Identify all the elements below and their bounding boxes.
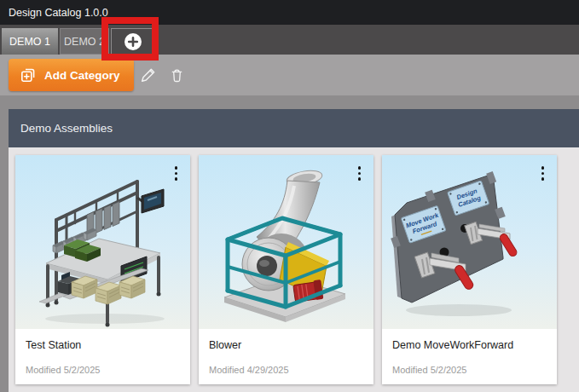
tab-bar: DEMO 1 DEMO 2 [0, 25, 579, 55]
card-footer: Test Station Modified 5/2/2025 [15, 329, 190, 384]
tab-demo-1[interactable]: DEMO 1 [2, 28, 58, 55]
app-window: Design Catalog 1.0.0 DEMO 1 DEMO 2 [0, 0, 579, 392]
card-footer: Blower Modified 4/29/2025 [199, 329, 373, 384]
category-header[interactable]: Demo Assemblies [9, 109, 579, 147]
tab-demo-2[interactable]: DEMO 2 [60, 28, 109, 55]
assembly-card-list: Test Station Modified 5/2/2025 [9, 147, 579, 392]
new-tab-button[interactable] [111, 28, 154, 55]
toolbar: Add Category [0, 55, 579, 95]
tab-label: DEMO 2 [64, 36, 105, 48]
assembly-card-test-station[interactable]: Test Station Modified 5/2/2025 [15, 155, 190, 384]
plus-circle-icon [124, 32, 142, 51]
card-footer: Demo MoveWorkForward Modified 5/2/2025 [382, 329, 557, 384]
category-panel: Demo Assemblies [9, 109, 579, 392]
add-category-label: Add Category [44, 69, 120, 82]
assembly-card-blower[interactable]: Blower Modified 4/29/2025 [199, 155, 373, 384]
moveworkforward-3d-render: Move Work Forward Design Catalog [382, 155, 557, 329]
title-bar: Design Catalog 1.0.0 [0, 0, 579, 25]
card-menu-kebab-icon[interactable] [356, 164, 363, 182]
assembly-card-moveworkforward[interactable]: Move Work Forward Design Catalog [382, 155, 557, 384]
card-title: Test Station [26, 339, 180, 351]
delete-button[interactable] [163, 58, 192, 92]
trash-icon [169, 67, 185, 84]
card-modified-date: Modified 5/2/2025 [26, 365, 180, 375]
window-title: Design Catalog 1.0.0 [9, 7, 108, 19]
category-title: Demo Assemblies [20, 122, 113, 135]
tab-label: DEMO 1 [9, 36, 50, 48]
edit-button[interactable] [134, 58, 163, 92]
test-station-3d-render [15, 155, 190, 329]
card-modified-date: Modified 4/29/2025 [209, 365, 363, 375]
card-menu-kebab-icon[interactable] [540, 164, 547, 182]
add-category-icon [20, 66, 37, 84]
blower-3d-render [199, 155, 373, 329]
pencil-icon [138, 66, 158, 85]
card-modified-date: Modified 5/2/2025 [392, 365, 547, 375]
card-menu-kebab-icon[interactable] [173, 164, 180, 182]
add-category-button[interactable]: Add Category [9, 59, 134, 91]
card-title: Demo MoveWorkForward [392, 339, 547, 351]
card-title: Blower [209, 339, 363, 351]
